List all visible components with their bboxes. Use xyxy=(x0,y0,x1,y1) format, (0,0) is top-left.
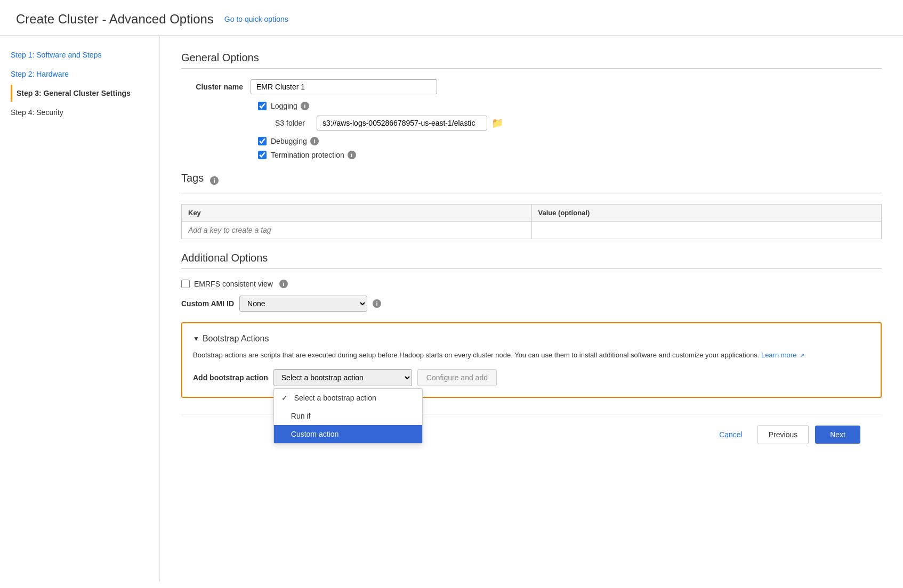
triangle-icon: ▼ xyxy=(193,335,199,342)
main-layout: Step 1: Software and Steps Step 2: Hardw… xyxy=(0,36,903,581)
tags-value-input[interactable] xyxy=(532,222,882,239)
configure-add-button[interactable]: Configure and add xyxy=(417,369,497,386)
s3-folder-label: S3 folder xyxy=(275,119,312,127)
dropdown-item-custom[interactable]: Custom action xyxy=(274,425,422,443)
custom-ami-label: Custom AMI ID xyxy=(181,299,234,308)
tags-header: Tags i xyxy=(181,172,882,189)
folder-icon[interactable]: 📁 xyxy=(491,117,503,129)
emrfs-info-icon[interactable]: i xyxy=(279,280,288,288)
custom-ami-select[interactable]: None xyxy=(239,296,367,312)
logging-info-icon[interactable]: i xyxy=(301,102,309,110)
general-options-divider xyxy=(181,68,882,69)
sidebar-item-step2[interactable]: Step 2: Hardware xyxy=(11,66,149,83)
add-bootstrap-label: Add bootstrap action xyxy=(193,373,268,382)
cluster-name-row: Cluster name xyxy=(181,79,882,94)
tags-divider xyxy=(181,193,882,193)
dropdown-item-select[interactable]: Select a bootstrap action xyxy=(274,389,422,407)
sidebar-item-step1[interactable]: Step 1: Software and Steps xyxy=(11,46,149,63)
logging-row: Logging i xyxy=(258,102,882,110)
bootstrap-action-select[interactable]: Select a bootstrap action Run if Custom … xyxy=(273,369,412,386)
tags-info-icon[interactable]: i xyxy=(210,176,219,185)
emrfs-row: EMRFS consistent view i xyxy=(181,280,882,288)
page-header: Create Cluster - Advanced Options Go to … xyxy=(0,0,903,36)
tags-value-header: Value (optional) xyxy=(531,205,882,222)
additional-options-divider xyxy=(181,268,882,269)
tags-key-header: Key xyxy=(182,205,532,222)
sidebar: Step 1: Software and Steps Step 2: Hardw… xyxy=(0,36,160,581)
custom-ami-info-icon[interactable]: i xyxy=(373,299,381,308)
general-options-title: General Options xyxy=(181,52,882,64)
tags-section: Tags i Key Value (optional) xyxy=(181,172,882,239)
tags-key-cell xyxy=(182,222,532,239)
debugging-info-icon[interactable]: i xyxy=(310,137,319,145)
termination-protection-label: Termination protection xyxy=(271,151,344,159)
main-content: General Options Cluster name Logging i S… xyxy=(160,36,903,581)
debugging-label: Debugging xyxy=(271,137,307,145)
external-link-icon: ↗ xyxy=(800,352,804,358)
quick-options-link[interactable]: Go to quick options xyxy=(224,15,288,23)
sidebar-item-step3: Step 3: General Cluster Settings xyxy=(11,85,149,102)
debugging-row: Debugging i xyxy=(258,137,882,145)
learn-more-link[interactable]: Learn more ↗ xyxy=(761,351,804,359)
add-bootstrap-row: Add bootstrap action Select a bootstrap … xyxy=(193,369,870,386)
tags-title: Tags xyxy=(181,172,204,184)
cluster-name-label: Cluster name xyxy=(181,83,251,91)
termination-protection-row: Termination protection i xyxy=(258,151,882,159)
custom-ami-row: Custom AMI ID None i xyxy=(181,296,882,312)
bootstrap-select-wrapper: Select a bootstrap action Run if Custom … xyxy=(273,369,412,386)
cancel-link[interactable]: Cancel xyxy=(711,426,751,443)
page-title: Create Cluster - Advanced Options xyxy=(16,12,214,27)
debugging-checkbox[interactable] xyxy=(258,137,267,145)
tags-row xyxy=(182,222,882,239)
termination-protection-checkbox[interactable] xyxy=(258,151,267,159)
cluster-name-input[interactable] xyxy=(251,79,437,94)
termination-info-icon[interactable]: i xyxy=(348,151,356,159)
tags-table: Key Value (optional) xyxy=(181,204,882,239)
bootstrap-actions-box: ▼ Bootstrap Actions Bootstrap actions ar… xyxy=(181,322,882,398)
emrfs-label: EMRFS consistent view xyxy=(194,280,273,288)
s3-folder-input[interactable] xyxy=(317,116,487,130)
tags-key-input[interactable] xyxy=(182,222,531,239)
additional-options-section: Additional Options EMRFS consistent view… xyxy=(181,252,882,398)
logging-label: Logging xyxy=(271,102,297,110)
general-options-section: General Options Cluster name Logging i S… xyxy=(181,52,882,159)
bootstrap-actions-title: ▼ Bootstrap Actions xyxy=(193,334,870,344)
logging-checkbox[interactable] xyxy=(258,102,267,110)
emrfs-checkbox[interactable] xyxy=(181,280,190,288)
s3-folder-row: S3 folder 📁 xyxy=(275,116,882,130)
bootstrap-dropdown-menu: Select a bootstrap action Run if Custom … xyxy=(273,388,423,444)
dropdown-item-runif[interactable]: Run if xyxy=(274,407,422,425)
bootstrap-description: Bootstrap actions are scripts that are e… xyxy=(193,350,870,361)
next-button[interactable]: Next xyxy=(815,426,860,444)
additional-options-title: Additional Options xyxy=(181,252,882,264)
previous-button[interactable]: Previous xyxy=(757,425,809,444)
sidebar-item-step4: Step 4: Security xyxy=(11,104,149,121)
tags-value-cell xyxy=(531,222,882,239)
